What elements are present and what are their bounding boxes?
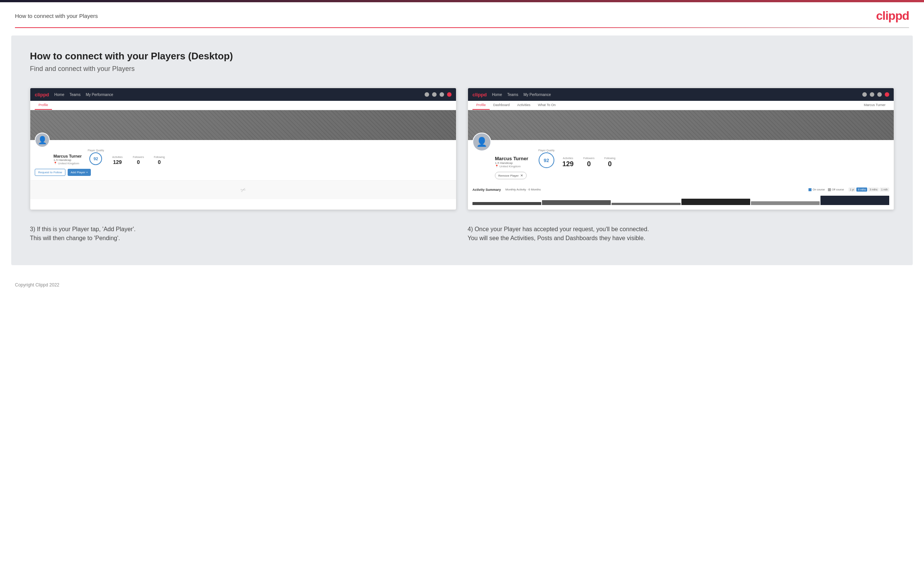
right-settings-icon[interactable] <box>877 92 882 97</box>
right-stat-quality: Player Quality 92 <box>538 149 555 168</box>
remove-player-label: Remove Player <box>498 174 519 177</box>
right-tabs: Profile Dashboard Activities What To On … <box>468 101 894 110</box>
page-footer: Copyright Clippd 2022 <box>0 276 924 293</box>
right-avatar: 👤 <box>472 132 491 151</box>
right-activity-legend: On course Off course <box>809 188 844 191</box>
search-icon[interactable] <box>425 92 429 97</box>
left-app-logo: clippd <box>35 92 49 97</box>
legend-oncourse: On course <box>809 188 825 191</box>
add-player-button[interactable]: Add Player + <box>68 169 91 176</box>
right-activities-value: 129 <box>561 160 576 168</box>
right-time-filters: 1 yr 6 mths 3 mths 1 mth <box>848 187 889 192</box>
left-player-name: Marcus Turner <box>53 154 82 158</box>
bar-2 <box>612 203 680 205</box>
right-nav-home[interactable]: Home <box>492 93 502 97</box>
description-right-text: 4) Once your Player has accepted your re… <box>468 225 894 243</box>
right-nav-myperformance[interactable]: My Performance <box>523 93 551 97</box>
off-course-dot <box>828 188 831 191</box>
left-quality-value: 92 <box>94 156 98 161</box>
left-stat-following: Following 0 <box>152 156 167 165</box>
screenshot-left: clippd Home Teams My Performance Profile <box>30 88 456 210</box>
right-player-location: 📍 United Kingdom <box>495 165 532 168</box>
right-search-icon[interactable] <box>862 92 867 97</box>
right-tab-profile[interactable]: Profile <box>472 101 489 110</box>
right-stat-followers: Followers 0 <box>582 157 596 168</box>
right-quality-circle: 92 <box>539 152 554 168</box>
right-player-name: Marcus Turner <box>495 156 532 161</box>
screenshot-right: clippd Home Teams My Performance Profile… <box>468 88 894 210</box>
right-nav-teams[interactable]: Teams <box>507 93 518 97</box>
right-location-icon: 📍 <box>495 165 499 168</box>
page-header: How to connect with your Players clippd <box>0 2 924 27</box>
clippd-logo: clippd <box>876 9 909 23</box>
right-banner-background <box>468 110 894 140</box>
time-filter-3mths[interactable]: 3 mths <box>868 187 879 192</box>
time-filter-1mth[interactable]: 1 mth <box>880 187 889 192</box>
right-tab-activities[interactable]: Activities <box>514 101 535 110</box>
right-profile-name-block: Marcus Turner 1-5 Handicap 📍 United King… <box>495 155 532 168</box>
right-followers-label: Followers <box>582 157 596 160</box>
left-nav-home[interactable]: Home <box>54 93 64 97</box>
right-navbar: clippd Home Teams My Performance <box>468 88 894 101</box>
time-filter-1yr[interactable]: 1 yr <box>848 187 856 192</box>
header-divider <box>15 27 909 28</box>
settings-icon[interactable] <box>439 92 444 97</box>
left-player-handicap: 1-5 Handicap <box>53 158 82 162</box>
left-stat-quality: Player Quality 92 <box>88 149 104 165</box>
request-to-follow-button[interactable]: Request to Follow <box>35 169 65 176</box>
left-nav-items: Home Teams My Performance <box>54 93 113 97</box>
user-icon[interactable] <box>432 92 436 97</box>
right-activity-header: Activity Summary Monthly Activity · 6 Mo… <box>472 187 889 192</box>
avatar-icon[interactable] <box>447 92 452 97</box>
right-user-icon[interactable] <box>870 92 874 97</box>
bar-5 <box>821 196 889 205</box>
bar-0 <box>472 202 541 205</box>
left-stat-followers: Followers 0 <box>131 156 146 165</box>
right-tab-whattoon[interactable]: What To On <box>534 101 559 110</box>
off-course-label: Off course <box>832 188 844 191</box>
right-activity-summary: Activity Summary Monthly Activity · 6 Mo… <box>468 184 894 210</box>
right-tab-player-dropdown[interactable]: Marcus Turner <box>860 101 889 110</box>
right-followers-value: 0 <box>582 160 596 168</box>
left-quality-label: Player Quality <box>88 149 104 152</box>
left-activities-label: Activities <box>110 156 125 158</box>
left-avatar: 👤 <box>35 132 50 148</box>
left-following-label: Following <box>152 156 167 158</box>
right-bar-chart <box>472 195 889 206</box>
right-activity-period: Monthly Activity · 6 Months <box>506 188 541 191</box>
right-profile-info: 👤 Marcus Turner 1-5 Handicap 📍 United Ki… <box>468 140 894 184</box>
bar-4 <box>751 201 820 205</box>
main-content-area: How to connect with your Players (Deskto… <box>11 35 913 265</box>
right-avatar-icon[interactable] <box>885 92 889 97</box>
on-course-dot <box>809 188 811 191</box>
on-course-label: On course <box>813 188 825 191</box>
left-nav-teams[interactable]: Teams <box>69 93 80 97</box>
legend-offcourse: Off course <box>828 188 844 191</box>
right-nav-icons <box>862 92 889 97</box>
left-nav-icons <box>425 92 452 97</box>
left-nav-myperformance[interactable]: My Performance <box>86 93 113 97</box>
left-stat-activities: Activities 129 <box>110 156 125 165</box>
banner-background <box>30 110 456 140</box>
remove-player-button[interactable]: Remove Player ✕ <box>495 172 527 179</box>
left-profile-info: 👤 Marcus Turner 1-5 Handicap 📍 United Ki… <box>30 140 456 181</box>
left-quality-circle: 92 <box>89 152 102 165</box>
left-banner <box>30 110 456 140</box>
left-following-value: 0 <box>152 159 167 165</box>
right-nav-items: Home Teams My Performance <box>492 93 551 97</box>
right-quality-value: 92 <box>544 158 549 163</box>
right-activities-label: Activities <box>561 157 576 160</box>
left-profile-name-block: Marcus Turner 1-5 Handicap 📍 United King… <box>35 153 82 165</box>
left-profile-stats: Marcus Turner 1-5 Handicap 📍 United King… <box>35 140 452 165</box>
right-stat-following: Following 0 <box>603 157 617 168</box>
right-profile-stats: Marcus Turner 1-5 Handicap 📍 United King… <box>472 140 889 168</box>
time-filter-6mths[interactable]: 6 mths <box>856 187 867 192</box>
right-app-logo: clippd <box>472 92 487 97</box>
location-icon: 📍 <box>53 162 57 165</box>
left-tab-profile[interactable]: Profile <box>35 101 52 110</box>
right-tab-dashboard[interactable]: Dashboard <box>489 101 514 110</box>
right-banner <box>468 110 894 140</box>
description-left-text: 3) If this is your Player tap, 'Add Play… <box>30 225 456 243</box>
right-profile-buttons: Remove Player ✕ <box>495 172 889 179</box>
page-breadcrumb: How to connect with your Players <box>15 13 98 19</box>
